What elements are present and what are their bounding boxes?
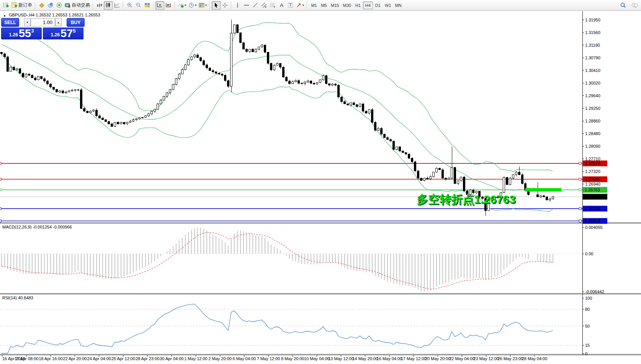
- candle-body: [19, 69, 21, 73]
- symbol-period-label: GBPUSD-,H4: [9, 13, 34, 17]
- auto-scroll-button[interactable]: [155, 1, 164, 10]
- candle-body: [319, 80, 321, 83]
- quotes-icon: [39, 2, 44, 8]
- sell-price-pip: 3: [31, 28, 34, 33]
- timeframe-button-h4[interactable]: H4: [363, 2, 373, 9]
- candle-body: [172, 84, 174, 90]
- line-handle[interactable]: [579, 178, 581, 180]
- search-button[interactable]: [618, 1, 627, 10]
- candle-body: [105, 120, 107, 121]
- volume-increase-button[interactable]: ▲: [55, 18, 62, 26]
- candle-body: [96, 110, 98, 116]
- timeframe-button-m15[interactable]: M15: [329, 2, 341, 9]
- candle-body: [399, 147, 401, 151]
- line-handle[interactable]: [0, 220, 1, 222]
- candle-body: [420, 178, 422, 180]
- candle-body: [246, 49, 248, 52]
- candlestick-chart-button[interactable]: [104, 1, 113, 10]
- text-button[interactable]: A: [277, 1, 286, 10]
- timeframe-button-m5[interactable]: M5: [319, 2, 329, 9]
- community-button[interactable]: [630, 1, 639, 10]
- equidistant-channel-button[interactable]: E: [260, 1, 268, 10]
- timeframe-button-w1[interactable]: W1: [383, 2, 393, 9]
- candle-body: [264, 45, 266, 52]
- price-axis-tick-label: 1.29250: [585, 106, 600, 111]
- sell-button[interactable]: SELL: [1, 18, 19, 27]
- candle-body: [44, 78, 46, 81]
- timeframe-button-d1[interactable]: D1: [373, 2, 383, 9]
- signal-button[interactable]: [55, 1, 64, 10]
- price-axis: 1.319501.315601.311801.307901.304101.300…: [582, 18, 600, 224]
- line-handle[interactable]: [579, 207, 581, 210]
- signal-icon: [56, 2, 62, 8]
- highlight-bar[interactable]: [525, 188, 561, 191]
- vertical-line-button[interactable]: [233, 1, 242, 10]
- line-handle[interactable]: [579, 162, 581, 165]
- new-chart-button[interactable]: [2, 1, 10, 10]
- autotrading-button[interactable]: 自动交易: [64, 1, 91, 10]
- collapse-icon[interactable]: ▲: [3, 14, 6, 17]
- candle-body: [552, 197, 554, 199]
- macd-axis-label: 0.00: [585, 251, 593, 256]
- new-order-button[interactable]: 新订单: [10, 1, 33, 10]
- candle-body: [102, 118, 104, 120]
- buy-price-display[interactable]: 1.26 57 5: [43, 28, 83, 39]
- indicators-button[interactable]: ▾: [177, 1, 187, 10]
- chart-shift-button[interactable]: [164, 1, 173, 10]
- zoom-out-button[interactable]: [134, 1, 143, 10]
- volume-input[interactable]: [31, 18, 55, 26]
- price-axis-tick-label: 1.28860: [585, 119, 600, 123]
- bar-chart-button[interactable]: [95, 1, 104, 10]
- toolbar-separator: [93, 2, 93, 9]
- tile-windows-button[interactable]: [143, 1, 152, 10]
- line-handle[interactable]: [0, 178, 1, 180]
- volume-decrease-button[interactable]: ▼: [24, 18, 31, 26]
- candle-body: [353, 103, 355, 104]
- price-axis-tick-label: 1.29640: [585, 93, 600, 98]
- price-line-badge-label: 1.26189: [585, 206, 600, 211]
- horizontal-line-button[interactable]: [242, 1, 251, 10]
- line-chart-button[interactable]: [113, 1, 121, 10]
- line-handle[interactable]: [0, 207, 1, 210]
- candle-body: [454, 168, 456, 184]
- sell-price-display[interactable]: 1.26 55 3: [1, 28, 42, 39]
- candle-body: [506, 178, 508, 185]
- buy-button[interactable]: BUY: [67, 18, 85, 27]
- candle-body: [191, 57, 193, 60]
- rsi-axis-label: 80: [585, 307, 590, 312]
- candle-body: [402, 151, 404, 152]
- line-handle[interactable]: [579, 189, 581, 191]
- fibonacci-button[interactable]: F: [268, 1, 277, 10]
- crosshair-button[interactable]: [221, 1, 229, 10]
- candle-body: [10, 67, 12, 71]
- zoom-in-button[interactable]: [125, 1, 134, 10]
- timeframe-button-h1[interactable]: H1: [353, 2, 363, 9]
- cursor-button[interactable]: [212, 1, 221, 10]
- arrows-button[interactable]: ▾: [295, 1, 305, 10]
- equidistant-channel-icon: E: [261, 2, 267, 8]
- candle-body: [212, 71, 214, 72]
- candle-body: [151, 111, 153, 114]
- periods-button[interactable]: ▾: [187, 1, 198, 10]
- line-handle[interactable]: [579, 220, 581, 222]
- candle-body: [365, 111, 367, 113]
- publish-button[interactable]: [46, 1, 55, 10]
- line-handle[interactable]: [0, 162, 1, 165]
- timeframe-button-m1[interactable]: M1: [309, 2, 319, 9]
- candle-body: [65, 92, 67, 93]
- candle-body: [99, 116, 101, 118]
- candle-body: [503, 178, 505, 193]
- templates-button[interactable]: ▾: [198, 1, 208, 10]
- trendline-button[interactable]: [251, 1, 260, 10]
- candles: [1, 20, 554, 216]
- text-label-button[interactable]: T: [286, 1, 295, 10]
- candle-body: [249, 49, 251, 52]
- line-handle[interactable]: [0, 189, 1, 191]
- chart-canvas[interactable]: 1.319501.315601.311801.307901.304101.300…: [0, 0, 641, 364]
- candle-body: [136, 119, 137, 120]
- quotes-button[interactable]: [37, 1, 46, 10]
- time-axis-label: 22 May 04:00: [449, 356, 475, 361]
- timeframe-button-mn[interactable]: MN: [393, 2, 403, 9]
- publish-icon: [47, 2, 53, 8]
- timeframe-button-m30[interactable]: M30: [341, 2, 353, 9]
